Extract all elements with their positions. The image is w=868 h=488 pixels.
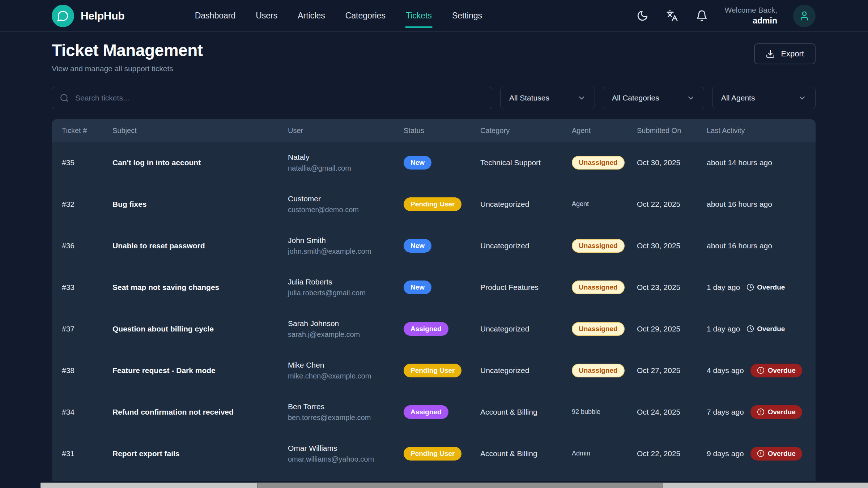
nav-item-articles[interactable]: Articles — [297, 9, 326, 23]
table-row[interactable]: #32 Bug fixes Customer customer@demo.com… — [52, 183, 816, 225]
last-activity-text: 1 day ago — [707, 325, 740, 333]
scrollbar-thumb[interactable] — [257, 483, 663, 488]
ticket-agent-cell: Unassigned — [572, 156, 637, 170]
ticket-id: #31 — [62, 449, 112, 458]
nav-item-categories[interactable]: Categories — [345, 9, 386, 23]
notifications-button[interactable] — [695, 9, 709, 23]
nav-item-settings[interactable]: Settings — [451, 9, 483, 23]
column-header-3: Status — [404, 127, 480, 135]
ticket-agent-cell: Unassigned — [572, 322, 637, 336]
status-filter-dropdown[interactable]: All Statuses — [500, 87, 595, 109]
status-badge: Pending User — [404, 447, 461, 461]
ticket-agent-cell: Unassigned — [572, 281, 637, 294]
search-field-wrap — [52, 87, 492, 109]
alert-circle-icon — [757, 408, 765, 416]
main-content: Ticket Management View and manage all su… — [0, 32, 868, 481]
agent-badge: Unassigned — [572, 156, 625, 170]
ticket-user: Nataly natallia@gmail.com — [288, 153, 404, 172]
ticket-status-cell: New — [404, 281, 480, 294]
user-name: Nataly — [288, 153, 404, 162]
user-name: Sarah Johnson — [288, 319, 404, 328]
search-icon — [60, 93, 69, 103]
table-row[interactable]: #36 Unable to reset password John Smith … — [52, 225, 816, 266]
nav-links: DashboardUsersArticlesCategoriesTicketsS… — [194, 9, 483, 23]
last-activity-text: 1 day ago — [707, 283, 740, 292]
top-navigation-bar: HelpHub DashboardUsersArticlesCategories… — [0, 0, 868, 32]
ticket-id: #32 — [62, 200, 112, 209]
alert-circle-icon — [757, 367, 765, 374]
table-row[interactable]: #38 Feature request - Dark mode Mike Che… — [52, 350, 816, 391]
table-row[interactable]: #31 Report export fails Omar Williams om… — [52, 433, 816, 474]
ticket-subject: Seat map not saving changes — [112, 283, 288, 292]
overdue-indicator: Overdue — [746, 283, 785, 291]
ticket-subject: Bug fixes — [112, 200, 288, 209]
ticket-subject: Question about billing cycle — [112, 325, 288, 333]
download-icon — [766, 49, 775, 59]
nav-item-label: Articles — [298, 11, 325, 20]
horizontal-scrollbar[interactable] — [41, 483, 868, 488]
ticket-category: Product Features — [480, 283, 572, 292]
ticket-category: Uncategorized — [480, 200, 572, 209]
tickets-table-card: Ticket #SubjectUserStatusCategoryAgentSu… — [52, 119, 816, 481]
last-activity-text: 4 days ago — [707, 366, 744, 375]
user-name: Julia Roberts — [288, 278, 404, 286]
nav-item-label: Users — [256, 11, 277, 20]
person-icon — [799, 10, 810, 21]
category-filter-dropdown[interactable]: All Categories — [603, 87, 704, 109]
ticket-subject: Unable to reset password — [112, 241, 288, 250]
ticket-submitted-date: Oct 22, 2025 — [637, 449, 707, 458]
overdue-badge: Overdue — [750, 447, 802, 461]
search-input[interactable] — [52, 87, 492, 109]
brand[interactable]: HelpHub — [52, 5, 124, 27]
user-email: omar.williams@yahoo.com — [288, 455, 404, 463]
table-body: #35 Can't log in into account Nataly nat… — [52, 142, 816, 474]
ticket-status-cell: Pending User — [404, 197, 480, 211]
last-activity-text: about 14 hours ago — [707, 158, 772, 167]
table-row[interactable]: #33 Seat map not saving changes Julia Ro… — [52, 266, 816, 308]
table-row[interactable]: #34 Refund confirmation not received Ben… — [52, 391, 816, 433]
ticket-agent-cell: Unassigned — [572, 239, 637, 253]
user-avatar[interactable] — [793, 5, 816, 27]
nav-item-users[interactable]: Users — [255, 9, 278, 23]
topbar-actions: Welcome Back, admin — [635, 5, 816, 27]
export-button[interactable]: Export — [754, 43, 816, 64]
filter-bar: All Statuses All Categories All Agents — [52, 87, 816, 109]
ticket-status-cell: Assigned — [404, 322, 480, 336]
overdue-label: Overdue — [768, 367, 796, 374]
ticket-category: Uncategorized — [480, 366, 572, 375]
column-header-6: Submitted On — [637, 127, 707, 135]
last-activity-text: 9 days ago — [707, 449, 744, 458]
user-email: sarah.j@example.com — [288, 330, 404, 339]
language-switcher[interactable] — [665, 9, 679, 23]
status-filter-value: All Statuses — [509, 94, 549, 102]
ticket-user: Customer customer@demo.com — [288, 194, 404, 214]
user-email: julia.roberts@gmail.com — [288, 289, 404, 297]
ticket-submitted-date: Oct 22, 2025 — [637, 200, 707, 209]
page-subtitle: View and manage all support tickets — [52, 64, 203, 73]
table-row[interactable]: #37 Question about billing cycle Sarah J… — [52, 308, 816, 350]
status-badge: Pending User — [404, 197, 461, 211]
dark-mode-toggle[interactable] — [635, 9, 649, 23]
ticket-user: John Smith john.smith@example.com — [288, 236, 404, 256]
nav-item-label: Categories — [345, 11, 386, 20]
user-email: natallia@gmail.com — [288, 164, 404, 172]
ticket-user: Omar Williams omar.williams@yahoo.com — [288, 444, 404, 463]
ticket-last-activity-cell: 1 day ago Overdue Overdue — [707, 325, 805, 333]
user-email: mike.chen@example.com — [288, 372, 404, 380]
agent-filter-dropdown[interactable]: All Agents — [712, 87, 816, 109]
agent-badge: Agent — [572, 200, 589, 207]
ticket-category: Account & Billing — [480, 408, 572, 416]
nav-item-label: Dashboard — [195, 11, 236, 20]
nav-item-dashboard[interactable]: Dashboard — [194, 9, 237, 23]
ticket-submitted-date: Oct 23, 2025 — [637, 283, 707, 292]
table-row[interactable]: #35 Can't log in into account Nataly nat… — [52, 142, 816, 183]
moon-icon — [637, 10, 648, 22]
ticket-id: #34 — [62, 408, 112, 416]
helphub-logo — [52, 5, 74, 27]
nav-item-tickets[interactable]: Tickets — [405, 9, 433, 23]
ticket-last-activity-cell: 7 days ago Overdue Overdue — [707, 405, 805, 419]
nav-item-label: Tickets — [406, 11, 432, 20]
ticket-category: Account & Billing — [480, 449, 572, 458]
status-badge: Assigned — [404, 405, 448, 419]
chevron-down-icon — [686, 94, 695, 102]
